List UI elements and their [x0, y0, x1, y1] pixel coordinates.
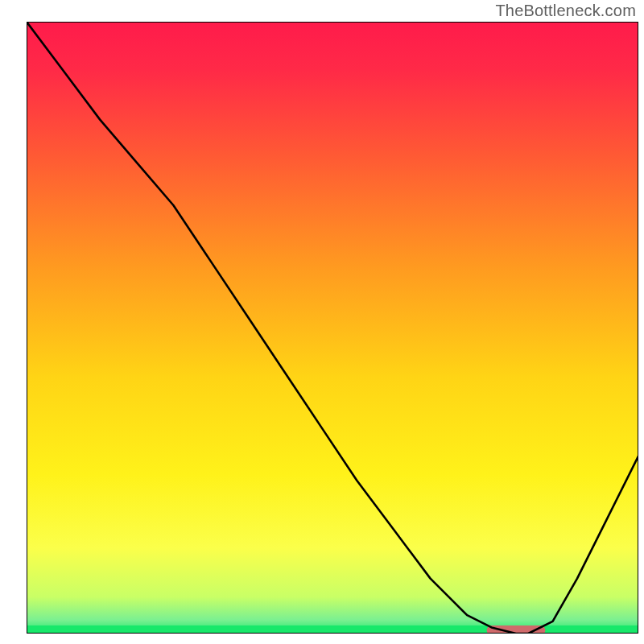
gradient-background: [27, 22, 638, 634]
chart-svg: [0, 0, 644, 644]
watermark-text: TheBottleneck.com: [495, 2, 636, 20]
plot-area: [27, 22, 638, 634]
green-baseline-strip: [27, 625, 638, 634]
